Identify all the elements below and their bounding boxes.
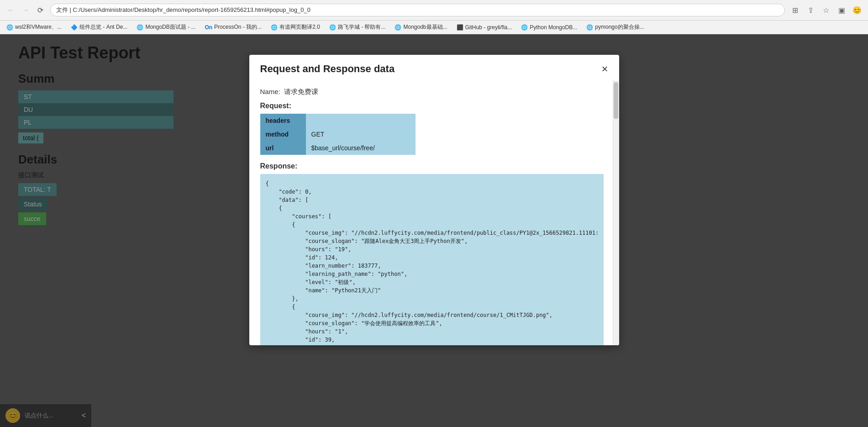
bookmark-mongodb-basic-icon: 🌐	[395, 24, 401, 31]
address-bar[interactable]: 文件 | C:/Users/Administrator/Desktop/hr_d…	[50, 4, 785, 16]
bookmark-python-mongodb[interactable]: 🌐 Python MongoDB...	[519, 23, 579, 32]
modal-title: Request and Response data	[260, 63, 395, 75]
modal-body[interactable]: Name: 请求免费课 Request: headers method GET …	[249, 80, 613, 345]
browser-toolbar: ← → ⟳ 文件 | C:/Users/Administrator/Deskto…	[0, 0, 868, 21]
bookmark-youdao-label: 有道网页翻译2.0	[279, 23, 320, 31]
modal-close-button[interactable]: ×	[601, 63, 608, 74]
request-key-url: url	[260, 141, 306, 155]
modal-scrollbar[interactable]	[613, 80, 619, 345]
translate-button[interactable]: ⊞	[789, 4, 801, 16]
response-label: Response:	[260, 162, 604, 170]
request-row-headers: headers	[260, 114, 416, 127]
reload-button[interactable]: ⟳	[34, 4, 47, 16]
bookmark-processon-label: ProcessOn - 我的...	[214, 23, 262, 31]
bookmark-luffycity[interactable]: 🌐 路飞学城 - 帮助有...	[327, 22, 388, 32]
scrollbar-thumb[interactable]	[614, 82, 618, 119]
bookmark-ant-icon: 🔷	[71, 24, 78, 31]
bookmark-mongodb-quiz-icon: 🌐	[137, 24, 143, 31]
browser-actions: ⊞ ⇪ ☆ ▣ 😊	[789, 4, 863, 16]
request-key-method: method	[260, 127, 306, 141]
name-value: 请求免费课	[284, 88, 318, 95]
request-row-url: url $base_url/course/free/	[260, 141, 416, 155]
bookmark-github[interactable]: ⬛ GitHub - greyli/fla...	[455, 23, 514, 32]
request-table: headers method GET url $base_url/course/…	[260, 114, 416, 155]
bookmark-github-icon: ⬛	[457, 24, 463, 31]
request-label: Request:	[260, 102, 604, 110]
name-label: Name:	[260, 88, 280, 95]
modal-body-wrapper: Name: 请求免费课 Request: headers method GET …	[249, 80, 619, 345]
forward-button[interactable]: →	[19, 4, 32, 16]
nav-buttons: ← → ⟳	[5, 4, 47, 16]
request-val-method: GET	[306, 127, 416, 141]
bookmark-mongodb-basic-label: Mongodb最基础...	[403, 23, 447, 31]
browser-chrome: ← → ⟳ 文件 | C:/Users/Administrator/Deskto…	[0, 0, 868, 34]
response-content: { "code": 0, "data": [ { "courses": [ { …	[260, 174, 604, 345]
modal-header: Request and Response data ×	[249, 55, 619, 80]
share-button[interactable]: ⇪	[804, 4, 817, 16]
bookmark-luffycity-icon: 🌐	[329, 24, 336, 31]
bookmark-processon[interactable]: On ProcessOn - 我的...	[203, 22, 263, 32]
favorites-button[interactable]: ☆	[820, 4, 832, 16]
bookmarks-bar: 🌐 wsl2和VMware、... 🔷 组件总览 - Ant De... 🌐 M…	[0, 21, 868, 34]
profile-button[interactable]: 😊	[851, 4, 863, 16]
bookmark-youdao[interactable]: 🌐 有道网页翻译2.0	[269, 22, 322, 32]
address-text: 文件 | C:/Users/Administrator/Desktop/hr_d…	[56, 6, 310, 14]
request-row-method: method GET	[260, 127, 416, 141]
bookmark-processon-icon: On	[205, 24, 212, 31]
bookmark-mongodb-quiz-label: MongoDB面试题 - ...	[145, 23, 195, 31]
name-field: Name: 请求免费课	[260, 88, 604, 96]
bookmark-python-mongodb-label: Python MongoDB...	[530, 24, 577, 31]
request-key-headers: headers	[260, 114, 306, 127]
bookmark-mongodb-quiz[interactable]: 🌐 MongoDB面试题 - ...	[135, 22, 197, 32]
bookmark-mongodb-basic[interactable]: 🌐 Mongodb最基础...	[393, 22, 449, 32]
sidebar-button[interactable]: ▣	[835, 4, 848, 16]
bookmark-ant-label: 组件总览 - Ant De...	[79, 23, 127, 31]
modal-dialog: Request and Response data × Name: 请求免费课 …	[249, 55, 619, 345]
bookmark-python-mongodb-icon: 🌐	[521, 24, 528, 31]
bookmark-pymongo[interactable]: 🌐 pymongo的聚合操...	[584, 22, 646, 32]
bookmark-youdao-icon: 🌐	[271, 24, 278, 31]
bookmark-wsl2-label: wsl2和VMware、...	[15, 23, 62, 31]
bookmark-pymongo-icon: 🌐	[586, 24, 593, 31]
request-val-headers	[306, 114, 416, 127]
bookmark-wsl2[interactable]: 🌐 wsl2和VMware、...	[5, 22, 63, 32]
bookmark-github-label: GitHub - greyli/fla...	[465, 24, 512, 31]
back-button[interactable]: ←	[5, 4, 17, 16]
bookmark-wsl2-icon: 🌐	[6, 24, 13, 31]
bookmark-pymongo-label: pymongo的聚合操...	[595, 23, 644, 31]
request-val-url: $base_url/course/free/	[306, 141, 416, 155]
bookmark-luffycity-label: 路飞学城 - 帮助有...	[338, 23, 386, 31]
bookmark-ant[interactable]: 🔷 组件总览 - Ant De...	[69, 22, 129, 32]
